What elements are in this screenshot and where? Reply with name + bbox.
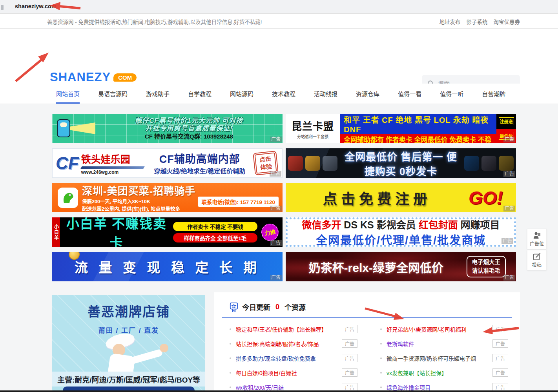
ad-line: 深圳-美团买菜-招聘骑手	[82, 183, 283, 197]
link-address-publish[interactable]: 地址发布	[439, 18, 461, 26]
banner-traffic-monetize-ad[interactable]: 流 量 变 现 稳 定 长 期 广告	[52, 252, 283, 281]
ad-tag: 作者卖卡 不稳定 不要钱	[173, 222, 257, 231]
banner-cf-black-text: 靓仔CF黑号特价1元大元帅 可对接 开挂专用爽号盲盒质量保证! CF 特价黑号交…	[95, 117, 283, 140]
ad-line: 和平 王者 CF 绝地 黑号 LOL 永劫 暗夜 DNF	[340, 114, 496, 134]
update-link[interactable]: wx收租/200/天/日结	[236, 383, 339, 391]
ad-label: 广告	[270, 240, 282, 246]
site-tagline: 善恶资源网 - 免费提供线报活动,热门新闻,电脑技巧,游戏辅助,以及其他日常信息…	[47, 18, 262, 26]
nav-item-site-source[interactable]: 网站源码	[230, 84, 253, 104]
update-link[interactable]: vx发包兼职【站长担保】	[387, 369, 489, 377]
shop-promo-card[interactable]: 善恶潮牌店铺 莆田 / 工厂 / 直发 主营:耐克/阿迪/万斯/匡威/冠军/彪马…	[52, 295, 205, 390]
game-icon	[323, 156, 337, 171]
kunlan-brand-block: 昆兰卡盟 分站返利一半金额	[286, 114, 340, 143]
ad-tag: 广告	[492, 354, 508, 362]
floating-tool-rail: 广告位 投稿	[527, 229, 547, 271]
kunlan-text-block: 和平 王者 CF 绝地 黑号 LOL 永劫 暗夜 DNF 全网辅助都有 作者卖卡…	[340, 114, 496, 143]
ad-tag: 样样商品齐全 全部低至1毛	[173, 233, 257, 242]
banner-meituan-rider-ad[interactable]: 深圳-美团买菜-招聘骑手 保底200一天, 平均月入8K~10K 配送范围2公里…	[52, 183, 283, 212]
ad-line: 点击免费注册	[286, 188, 469, 208]
ad-tag: 广告	[492, 325, 508, 333]
nav-item-tech-tutorials[interactable]: 技术教程	[272, 84, 295, 104]
game-icon	[464, 156, 479, 171]
ad-tag: 广告	[492, 368, 508, 377]
contact-phone-pill: 联系电话(微信): 157 7719 1120	[198, 197, 279, 207]
nav-item-worth-listening[interactable]: 值得一听	[440, 84, 463, 104]
go-graphic-text: GO!	[469, 187, 503, 208]
nav-item-activity-news[interactable]: 活动线报	[314, 84, 337, 104]
tietou-text-block: CF辅助高端内部 穿越火线/绝地求生/稳定低价辅助	[144, 151, 255, 175]
ad-slot-button[interactable]: 广告位	[527, 229, 547, 249]
ad-slot-person-icon	[532, 232, 541, 239]
update-link[interactable]: 好兄弟站/小庚资源网/老司机福利	[387, 325, 489, 333]
ad-url: www.246wg.com	[81, 170, 144, 175]
update-link[interactable]: 站长担保:高端潮鞋/服饰/名表/饰品	[236, 340, 339, 348]
bullet-dot	[230, 343, 231, 345]
ad-line: CF 特价黑号交流Q群: 103928248	[95, 133, 283, 140]
ad-tag: 广告	[342, 354, 357, 362]
nav-item-resource-repo[interactable]: 资源仓库	[356, 84, 379, 104]
banner-free-register-ad[interactable]: 点击免费注册 GO! 广告	[286, 183, 516, 212]
bullet-dot	[380, 328, 382, 330]
ad-label: 广告	[270, 275, 282, 281]
banner-game-card-shop-ad[interactable]: 全网最低价 售后第一 便捷购买 0秒发卡 广告	[286, 148, 516, 178]
recommend-badge: 力推	[260, 222, 280, 242]
ad-line: 开挂专用爽号盲盒质量保证!	[95, 125, 283, 133]
updates-title: 今日更新	[242, 302, 270, 312]
update-link[interactable]: 每日白嫖/0撸项目/白嫖社	[236, 369, 339, 377]
nav-item-self-brand[interactable]: 自营潮牌	[482, 84, 505, 104]
link-taobao-coupon[interactable]: 淘宝优惠券	[494, 18, 520, 26]
update-link[interactable]: 绿色海外撸金项目	[387, 383, 489, 391]
update-link[interactable]: 拼多多助力/现金转盘/砍价免费拿	[236, 354, 339, 362]
browser-url-bar[interactable]: shaneziyw.com	[0, 0, 558, 14]
update-link[interactable]: 微商一手货源网/奶茶杯可乐罐电子烟	[387, 354, 489, 362]
banner-sheep-card-ad[interactable]: 小白羊 小白羊 不赚钱卖卡 作者卖卡 不稳定 不要钱 样样商品齐全 全部低至1毛…	[52, 217, 283, 247]
ecig-king-box: 电子烟大王请认准毛毛	[467, 256, 506, 278]
ad-tag: 广告	[342, 383, 357, 391]
banner-wechat-multi-ad[interactable]: 微信多开 DS KS 影视会员 红包封面 网赚项目 全网最低价/代理/单售/批发…	[286, 217, 516, 247]
ad-tag: 广告	[342, 368, 357, 377]
shop-button-sliver[interactable]	[63, 387, 194, 390]
cf-logo-graphic: CF	[56, 155, 79, 172]
shop-footer-text: 主营:耐克/阿迪/万斯/匡威/冠军/彪马/BOY等	[52, 372, 205, 387]
nav-item-yuyan-source[interactable]: 易语言源码	[98, 84, 128, 104]
ad-line: 全网辅助都有 作者卖卡 全网最低价 免费卖卡 不稳定退款	[340, 134, 496, 143]
nav-item-tutorials[interactable]: 自学教程	[188, 84, 212, 104]
submit-post-button[interactable]: 投稿	[527, 250, 547, 270]
nav-item-home[interactable]: 网站首页	[56, 84, 80, 104]
link-shadow-system[interactable]: 影子系统	[467, 18, 488, 26]
topbar-links: 地址发布 影子系统 淘宝优惠券	[439, 18, 520, 26]
nav-item-game-helper[interactable]: 游戏助手	[146, 84, 170, 104]
nav-item-worth-watching[interactable]: 值得一看	[398, 84, 421, 104]
update-item: 好兄弟站/小庚资源网/老司机福利广告	[380, 322, 508, 336]
ad-slot-label: 广告位	[530, 240, 544, 247]
updates-count: 0	[274, 303, 281, 311]
ad-label: 广告	[501, 238, 513, 244]
update-item: 稳定和平/王者/低价辅助【站长推荐】广告	[230, 322, 357, 336]
url-text[interactable]: shaneziyw.com	[15, 3, 57, 9]
update-link[interactable]: 老斯鸡软件	[387, 340, 489, 348]
ad-tag: 广告	[342, 339, 357, 348]
updates-suffix: 个资源	[284, 302, 306, 312]
ad-brand-sub: 分站返利一半金额	[297, 133, 328, 139]
banner-cf-black-account-ad[interactable]: 靓仔CF黑号特价1元大元帅 可对接 开挂专用爽号盲盒质量保证! CF 特价黑号交…	[52, 114, 283, 143]
ad-line: CF辅助高端内部	[144, 151, 255, 166]
ad-brand: 铁头娃乐园	[81, 151, 144, 166]
today-updates-card: 今日更新 0 个资源 稳定和平/王者/低价辅助【站长推荐】广告 好兄弟站/小庚资…	[214, 292, 520, 390]
ad-tag: 广告	[492, 339, 508, 348]
update-item: 站长担保:高端潮鞋/服饰/名表/饰品广告	[230, 336, 357, 351]
bullet-dot	[380, 372, 382, 374]
update-link[interactable]: 稳定和平/王者/低价辅助【站长推荐】	[236, 325, 339, 333]
megaphone-character-graphic	[52, 114, 95, 143]
main-nav: 网站首页 易语言源码 游戏助手 自学教程 网站源码 技术教程 活动线报 资源仓库…	[0, 84, 558, 104]
update-item: 每日白嫖/0撸项目/白嫖社广告	[230, 365, 357, 380]
bullet-dot	[230, 357, 231, 359]
shop-subtitle: 莆田 / 工厂 / 直发	[52, 325, 205, 335]
banner-cf-assist-ad[interactable]: CF 铁头娃乐园 www.246wg.com CF辅助高端内部 穿越火线/绝地求…	[52, 148, 283, 178]
banner-kunlan-card-ad[interactable]: 昆兰卡盟 分站返利一半金额 和平 王者 CF 绝地 黑号 LOL 永劫 暗夜 D…	[286, 114, 516, 143]
ad-tag: 广告	[492, 383, 508, 391]
bullet-dot	[380, 343, 382, 345]
banner-relx-ecig-ad[interactable]: 奶茶杯-relx-绿萝全网低价 电子烟大王请认准毛毛 广告	[286, 252, 516, 281]
logo-badge: COM	[113, 73, 137, 82]
ad-label: 广告	[503, 171, 515, 177]
meituan-text-block: 深圳-美团买菜-招聘骑手 保底200一天, 平均月入8K~10K 配送范围2公里…	[82, 183, 283, 212]
